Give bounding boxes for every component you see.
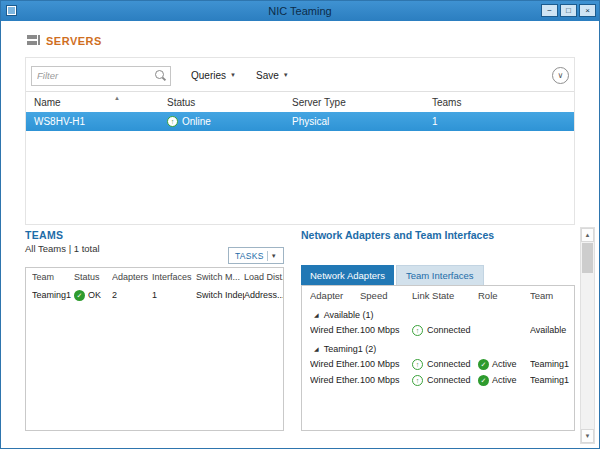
adapter-row[interactable]: Wired Ether... 100 Mbps ↑ Connected ✓ Ac…	[302, 372, 574, 388]
tab-network-adapters[interactable]: Network Adapters	[301, 265, 394, 285]
column-adapters[interactable]: Adapters	[112, 272, 152, 282]
team-load-dist: Address...	[244, 290, 283, 300]
group-teaming1[interactable]: ◢ Teaming1 (2)	[302, 341, 574, 356]
server-teams-count: 1	[432, 116, 574, 127]
scroll-down-button[interactable]: ▼	[581, 429, 594, 443]
servers-heading: SERVERS	[46, 35, 102, 47]
close-button[interactable]: ×	[579, 4, 596, 17]
online-status-icon: ↑	[167, 116, 178, 127]
teams-subtitle: All Teams | 1 total	[25, 243, 100, 254]
adapters-heading: Network Adapters and Team Interfaces	[301, 229, 494, 241]
adapter-row[interactable]: Wired Ether... 100 Mbps ↑ Connected Avai…	[302, 322, 574, 338]
column-link-state[interactable]: Link State	[412, 290, 478, 301]
maximize-icon: □	[566, 7, 571, 15]
column-interfaces[interactable]: Interfaces	[152, 272, 196, 282]
queries-dropdown[interactable]: Queries ▼	[191, 70, 236, 81]
adapters-table-header[interactable]: Adapter Speed Link State Role Team	[302, 286, 574, 304]
adapter-link-state: Connected	[427, 325, 471, 335]
maximize-button[interactable]: □	[560, 4, 577, 17]
team-status: OK	[88, 290, 101, 300]
tasks-dropdown-button[interactable]: TASKS ▼	[228, 247, 284, 264]
server-name: WS8HV-H1	[34, 116, 167, 127]
servers-icon	[27, 34, 40, 47]
save-label: Save	[256, 70, 279, 81]
active-status-icon: ✓	[478, 375, 489, 386]
adapter-role: Active	[492, 359, 517, 369]
group-label: Teaming1 (2)	[324, 344, 377, 354]
servers-table-header[interactable]: Name ▲ Status Server Type Teams	[26, 91, 574, 113]
nic-teaming-window: NIC Teaming − □ × SERVERS Queries ▼ Save…	[0, 0, 600, 449]
team-row[interactable]: Teaming1 ✓ OK 2 1 Switch Indep... Addres…	[26, 286, 283, 304]
adapter-row[interactable]: Wired Ether... 100 Mbps ↑ Connected ✓ Ac…	[302, 356, 574, 372]
chevron-down-icon: ▼	[283, 72, 289, 78]
column-name[interactable]: Name ▲	[34, 97, 167, 108]
minimize-icon: −	[547, 7, 552, 15]
scroll-up-button[interactable]: ▲	[581, 228, 594, 242]
adapters-panel: Adapter Speed Link State Role Team ◢ Ava…	[301, 285, 575, 431]
scroll-up-icon: ▲	[585, 232, 591, 238]
queries-label: Queries	[191, 70, 226, 81]
group-expand-icon[interactable]: ◢	[314, 311, 319, 318]
scrollbar-thumb[interactable]	[582, 243, 593, 273]
team-switch-mode: Switch Indep...	[196, 290, 244, 300]
ok-status-icon: ✓	[74, 290, 85, 301]
group-expand-icon[interactable]: ◢	[314, 345, 319, 352]
titlebar[interactable]: NIC Teaming − □ ×	[1, 1, 599, 21]
chevron-down-icon: ▼	[271, 253, 277, 259]
filter-input-wrap	[31, 65, 171, 85]
tab-team-interfaces[interactable]: Team Interfaces	[396, 265, 484, 285]
window-title: NIC Teaming	[1, 5, 599, 17]
group-available[interactable]: ◢ Available (1)	[302, 307, 574, 322]
adapter-team: Teaming1	[530, 375, 574, 385]
adapter-name: Wired Ether...	[310, 375, 360, 385]
connected-status-icon: ↑	[412, 375, 423, 386]
servers-section-header: SERVERS	[27, 34, 102, 47]
column-server-type[interactable]: Server Type	[292, 97, 432, 108]
collapse-section-button[interactable]: ∨	[552, 67, 569, 84]
tasks-label: TASKS	[235, 251, 264, 261]
column-switch-mode[interactable]: Switch M...	[196, 272, 244, 282]
teams-heading: TEAMS	[25, 229, 63, 241]
connected-status-icon: ↑	[412, 359, 423, 370]
filter-input[interactable]	[31, 66, 171, 86]
sort-ascending-icon: ▲	[114, 95, 120, 101]
adapter-speed: 100 Mbps	[360, 359, 412, 369]
group-label: Available (1)	[324, 310, 374, 320]
close-icon: ×	[585, 7, 590, 15]
filter-toolbar: Queries ▼ Save ▼ ∨	[31, 64, 569, 86]
save-dropdown[interactable]: Save ▼	[256, 70, 289, 81]
column-status[interactable]: Status	[167, 97, 292, 108]
team-adapters: 2	[112, 290, 152, 300]
column-adapter[interactable]: Adapter	[310, 290, 360, 301]
minimize-button[interactable]: −	[541, 4, 558, 17]
server-row-selected[interactable]: WS8HV-H1 ↑ Online Physical 1	[26, 112, 574, 131]
column-teams[interactable]: Teams	[432, 97, 574, 108]
scroll-down-icon: ▼	[585, 433, 591, 439]
server-status: Online	[182, 116, 211, 127]
divider	[267, 251, 268, 261]
active-status-icon: ✓	[478, 359, 489, 370]
vertical-scrollbar[interactable]: ▲ ▼	[580, 227, 595, 444]
adapter-name: Wired Ether...	[310, 325, 360, 335]
team-name: Teaming1	[32, 290, 74, 300]
window-icon	[6, 5, 17, 16]
teams-table-header[interactable]: Team Status Adapters Interfaces Switch M…	[26, 268, 283, 286]
team-interfaces: 1	[152, 290, 196, 300]
adapter-speed: 100 Mbps	[360, 375, 412, 385]
adapter-name: Wired Ether...	[310, 359, 360, 369]
column-team[interactable]: Team	[530, 290, 574, 301]
adapter-role: Active	[492, 375, 517, 385]
adapter-link-state: Connected	[427, 359, 471, 369]
teams-panel: Team Status Adapters Interfaces Switch M…	[25, 267, 284, 431]
chevron-down-icon: ▼	[230, 72, 236, 78]
adapter-team: Available	[530, 325, 574, 335]
column-team[interactable]: Team	[32, 272, 74, 282]
column-load-dist[interactable]: Load Dist...	[244, 272, 283, 282]
column-role[interactable]: Role	[478, 290, 530, 301]
adapters-tabs: Network Adapters Team Interfaces	[301, 265, 484, 285]
server-type: Physical	[292, 116, 432, 127]
column-status[interactable]: Status	[74, 272, 112, 282]
column-speed[interactable]: Speed	[360, 290, 412, 301]
adapter-speed: 100 Mbps	[360, 325, 412, 335]
search-icon	[155, 70, 164, 79]
